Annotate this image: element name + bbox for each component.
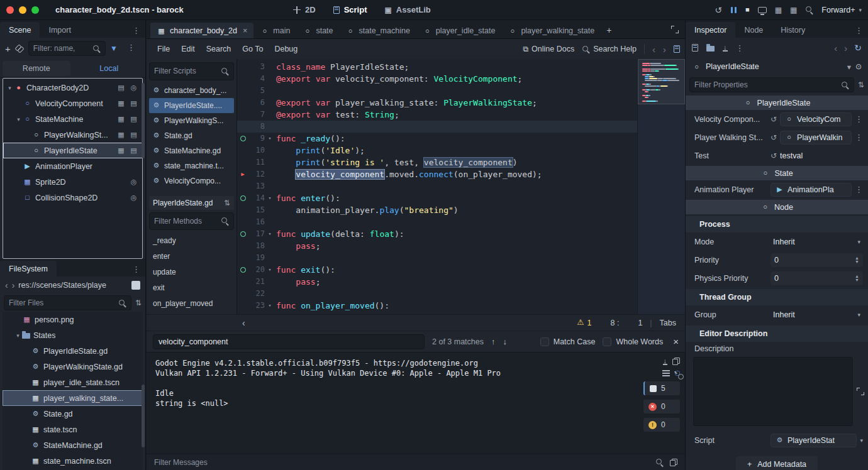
attached-script-icon[interactable]: ▤ — [129, 131, 138, 138]
zoom-window-button[interactable] — [31, 6, 39, 14]
message-count-badge[interactable]: 5 — [643, 381, 680, 395]
filter-messages-placeholder[interactable]: Filter Messages — [154, 458, 208, 467]
object-value-button[interactable]: ○VelocityCom — [780, 112, 852, 126]
minimize-window-button[interactable] — [19, 6, 26, 14]
code-line[interactable]: 21 pass; — [237, 276, 637, 288]
menu-edit[interactable]: Edit — [175, 42, 201, 56]
filter-properties-input[interactable]: Filter Properties — [689, 77, 854, 92]
filter-methods-input[interactable]: Filter Methods — [149, 212, 234, 231]
collapse-messages-icon[interactable] — [662, 373, 670, 374]
chevron-right-icon[interactable]: › — [12, 281, 15, 290]
scene-tree-item[interactable]: ○PlayerIdleState▦▤ — [3, 143, 142, 158]
scene-tree-item[interactable]: ▶AnimationPlayer — [3, 158, 142, 174]
warning-count[interactable]: ⚠ 1 — [577, 319, 591, 327]
pause-button[interactable] — [730, 6, 737, 14]
minimap-viewport[interactable] — [638, 59, 685, 104]
code-line[interactable]: 10 print('Idle'); — [237, 145, 637, 156]
filesystem-tree-item[interactable]: ⚙PlayerIdleState.gd — [3, 343, 143, 359]
menu-file[interactable]: File — [152, 42, 175, 56]
code-line[interactable]: 3class_name PlayerIdleState; — [237, 61, 637, 73]
filesystem-tree-item[interactable]: ⚙State.gd — [3, 406, 143, 422]
filesystem-tree-item[interactable]: ▦state_machine.tscn — [3, 453, 143, 469]
filesystem-tree-item[interactable]: ▦person.png — [3, 312, 143, 327]
options-icon[interactable]: ⋮ — [855, 114, 863, 124]
scene-tree-item[interactable]: ○VelocityComponent▦▤ — [3, 96, 142, 111]
tool-icon[interactable]: ▦ — [116, 131, 126, 138]
filesystem-tree-item[interactable]: ▾States — [3, 327, 143, 343]
code-line[interactable]: ▶12 velocity_component.moved.connect(on_… — [237, 168, 637, 180]
find-input[interactable]: velocity_component — [153, 334, 425, 349]
copy-icon[interactable] — [670, 459, 677, 466]
scene-tab-main[interactable]: ○main — [253, 23, 296, 38]
options-icon[interactable]: ⋮ — [855, 133, 863, 142]
filesystem-kebab-icon[interactable]: ⋮ — [127, 265, 145, 276]
renderer-dropdown[interactable]: Forward+ ▾ — [821, 6, 862, 14]
warning-count-badge[interactable]: ! 0 — [643, 418, 680, 432]
visibility-icon[interactable]: ◎ — [129, 194, 138, 201]
filesystem-tree-item[interactable]: ▦player_idle_state.tscn — [3, 374, 143, 390]
text-value[interactable]: testval — [780, 151, 863, 160]
indent-type[interactable]: Tabs — [660, 319, 676, 327]
reload-icon[interactable]: ↺ — [715, 6, 722, 14]
inspector-group[interactable]: Process — [686, 216, 868, 232]
tab-node[interactable]: Node — [735, 22, 772, 38]
code-line[interactable]: 13 — [237, 180, 637, 192]
hide-panel-chevron-icon[interactable]: ‹ — [242, 318, 245, 328]
clapper-icon[interactable]: ▦ — [790, 6, 797, 14]
inspector-category[interactable]: ○State — [686, 166, 868, 180]
new-resource-icon[interactable] — [692, 44, 698, 52]
filesystem-tree-item[interactable]: ▦player_walking_state... — [3, 390, 143, 406]
script-list-item[interactable]: ⚙character_body_... — [149, 83, 234, 98]
remote-button[interactable]: Remote — [3, 61, 70, 76]
history-back-icon[interactable]: ‹ — [834, 43, 837, 53]
dropdown-value[interactable]: Inherit▾ — [771, 235, 863, 249]
instance-scene-button[interactable] — [15, 45, 24, 53]
filesystem-tree-item[interactable]: ▦state.tscn — [3, 422, 143, 437]
inspector-category[interactable]: ○PlayerIdleState — [686, 96, 868, 110]
add-node-button[interactable]: + — [5, 43, 11, 54]
history-forward-icon[interactable]: › — [844, 43, 847, 53]
current-script-row[interactable]: PlayerIdeState.gd ⇅ — [149, 196, 234, 210]
object-properties-icon[interactable]: ⊙ — [855, 63, 862, 70]
edited-object-selector[interactable]: ○ PlayerIdleState ▾ ⊙ — [686, 58, 868, 75]
tool-icon[interactable]: ▦ — [116, 116, 126, 123]
inspector-kebab-icon[interactable]: ⋮ — [850, 26, 868, 38]
script-panel-toggle-icon[interactable] — [674, 45, 680, 53]
tab-filesystem[interactable]: FileSystem — [0, 261, 57, 276]
mode-tab-assetlib[interactable]: ▣AssetLib — [384, 5, 430, 14]
error-count-badge[interactable]: × 0 — [643, 400, 680, 413]
script-list-item[interactable]: ⚙State.gd — [149, 128, 234, 143]
tool-icon[interactable]: ▦ — [116, 100, 126, 107]
scene-tree-item[interactable]: ▾○StateMachine▦▤ — [3, 111, 142, 127]
attached-script-icon[interactable]: ▤ — [116, 84, 126, 91]
code-line[interactable]: 18 pass; — [237, 240, 637, 252]
stop-button[interactable]: ■ — [745, 6, 750, 13]
history-back-icon[interactable]: ‹ — [652, 45, 655, 54]
tool-icon[interactable]: ▦ — [116, 147, 126, 154]
inspector-group[interactable]: Thread Group — [686, 289, 868, 305]
find-previous-icon[interactable]: ↑ — [491, 337, 496, 346]
chevron-left-icon[interactable]: ‹ — [5, 281, 8, 290]
method-list-item[interactable]: update — [149, 264, 234, 280]
search-icon[interactable] — [655, 458, 664, 466]
new-scene-tab-button[interactable]: + — [601, 22, 617, 38]
code-line[interactable]: 11 print('string is ', test, velocity_co… — [237, 156, 637, 168]
spinner-value[interactable]: 0▲▼ — [771, 271, 863, 285]
expand-editor-icon[interactable] — [671, 26, 679, 33]
code-line[interactable]: 6@export var player_walking_state: Playe… — [237, 97, 637, 109]
filter-scripts-input[interactable]: Filter Scripts — [149, 62, 234, 80]
close-find-bar-icon[interactable]: × — [673, 336, 679, 347]
object-value-button[interactable]: ○PlayerWalkin — [780, 131, 852, 145]
scene-menu-icon[interactable]: ⋮ — [122, 43, 140, 55]
method-list-item[interactable]: _ready — [149, 232, 234, 248]
scene-tab-state[interactable]: ○state — [296, 23, 339, 38]
code-line[interactable]: 15 animation_player.play("breating") — [237, 204, 637, 216]
filesystem-tree-item[interactable]: ⚙StateMachine.gd — [3, 437, 143, 453]
code-line[interactable]: 8 — [237, 121, 637, 133]
filesystem-filter-input[interactable]: Filter Files — [4, 295, 131, 310]
scene-tab-player_idle_state[interactable]: ○player_idle_state — [416, 23, 502, 38]
tab-scene[interactable]: Scene — [0, 22, 40, 38]
object-value-button[interactable]: ⚙PlayerIdeStat — [771, 434, 857, 447]
expand-description-icon[interactable] — [857, 388, 864, 395]
save-log-icon[interactable]: ↓ — [663, 358, 668, 365]
